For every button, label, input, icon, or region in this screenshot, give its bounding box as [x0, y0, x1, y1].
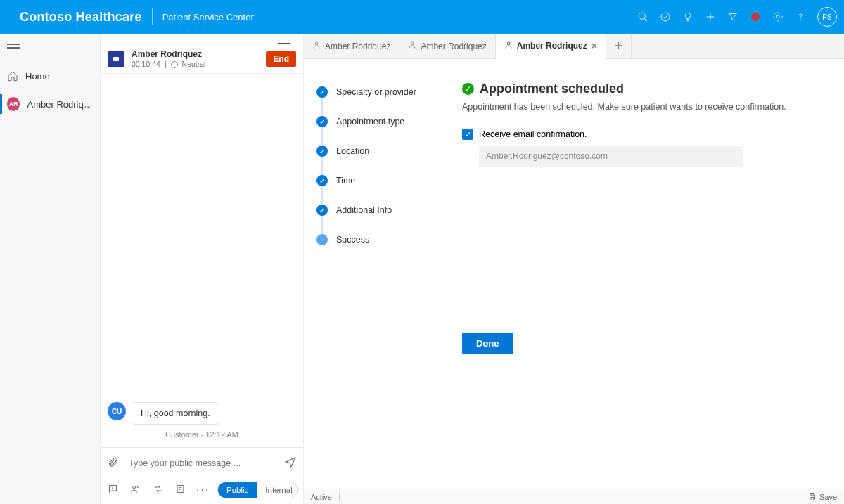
status-text: Active: [311, 493, 332, 501]
attachment-icon[interactable]: [106, 456, 120, 470]
step-done-icon: ✓: [316, 86, 328, 98]
app-name: Patient Service Center: [162, 12, 254, 22]
tab-amber-1[interactable]: Amber Rodriquez: [304, 34, 399, 58]
svg-point-9: [137, 486, 139, 488]
end-conversation-button[interactable]: End: [266, 51, 296, 67]
sentiment-neutral-icon: [171, 61, 178, 68]
minimize-panel-icon[interactable]: —: [101, 34, 303, 46]
tab-close-icon[interactable]: ×: [592, 40, 597, 51]
success-subtitle: Appointment has been scheduled. Make sur…: [462, 102, 819, 112]
pill-internal[interactable]: Internal: [257, 482, 298, 498]
svg-line-1: [644, 18, 647, 21]
tab-label: Amber Rodriquez: [421, 41, 486, 51]
nav-session-amber[interactable]: AR Amber Rodriquez: [0, 90, 100, 118]
svg-point-5: [776, 15, 779, 18]
done-button[interactable]: Done: [462, 333, 513, 354]
tab-strip: Amber Rodriquez Amber Rodriquez Amber Ro…: [304, 34, 844, 59]
step-label: Location: [336, 146, 369, 156]
send-icon[interactable]: [283, 455, 298, 471]
confirmation-email-input[interactable]: [479, 146, 743, 167]
step-additional-info[interactable]: ✓ Additional Info: [316, 195, 445, 225]
chat-message-timestamp: Customer - 12:12 AM: [108, 430, 296, 439]
user-avatar[interactable]: PS: [817, 7, 837, 27]
task-check-icon[interactable]: [654, 0, 677, 34]
svg-rect-10: [177, 485, 184, 492]
chat-customer-name: Amber Rodriquez: [132, 49, 259, 60]
save-icon: [808, 493, 817, 501]
step-specialty[interactable]: ✓ Specialty or provider: [316, 77, 445, 107]
step-label: Success: [336, 235, 369, 245]
main-panel: Amber Rodriquez Amber Rodriquez Amber Ro…: [304, 34, 844, 504]
left-navigation: Home AR Amber Rodriquez: [0, 34, 101, 504]
svg-point-8: [132, 486, 135, 489]
chat-bubble: Hi, good morning.: [132, 402, 219, 425]
add-icon[interactable]: [699, 0, 722, 34]
step-label: Appointment type: [336, 117, 404, 127]
success-check-icon: ✓: [462, 83, 474, 95]
compose-input[interactable]: [127, 458, 276, 469]
person-icon: [504, 41, 513, 51]
header-divider: [152, 8, 153, 25]
chat-timer: 00:10:44: [132, 60, 160, 69]
step-appointment-type[interactable]: ✓ Appointment type: [316, 107, 445, 136]
home-icon: [7, 70, 18, 82]
tab-amber-2[interactable]: Amber Rodriquez: [399, 34, 495, 58]
appointment-success-content: ✓ Appointment scheduled Appointment has …: [445, 59, 844, 504]
transfer-icon[interactable]: [151, 484, 164, 497]
svg-point-6: [800, 20, 801, 20]
menu-toggle-icon[interactable]: [7, 42, 20, 54]
step-success[interactable]: Success: [316, 225, 445, 254]
step-done-icon: ✓: [316, 175, 328, 186]
search-icon[interactable]: [632, 0, 654, 34]
tab-label: Amber Rodriquez: [517, 41, 587, 51]
tab-label: Amber Rodriquez: [325, 41, 390, 51]
filter-icon[interactable]: [722, 0, 744, 34]
more-actions-icon[interactable]: ···: [196, 484, 209, 496]
svg-rect-7: [113, 57, 119, 61]
chat-sentiment: Neutral: [182, 60, 206, 69]
session-avatar: AR: [7, 97, 20, 111]
svg-point-0: [639, 13, 645, 19]
message-visibility-toggle: Public Internal: [217, 482, 298, 498]
notes-icon[interactable]: [174, 484, 186, 497]
step-label: Specialty or provider: [336, 87, 416, 97]
nav-session-label: Amber Rodriquez: [27, 99, 93, 110]
tab-new-button[interactable]: +: [606, 34, 632, 58]
svg-point-2: [661, 13, 670, 21]
success-title: Appointment scheduled: [480, 82, 624, 96]
tab-amber-3-active[interactable]: Amber Rodriquez ×: [496, 34, 606, 59]
email-confirmation-label: Receive email confirmation.: [479, 129, 587, 139]
record-indicator-icon[interactable]: [744, 0, 767, 34]
step-label: Time: [336, 176, 355, 186]
step-current-icon: [316, 234, 328, 245]
svg-point-15: [507, 42, 510, 45]
quick-replies-icon[interactable]: [106, 484, 119, 497]
status-bar: Active Save: [304, 489, 844, 504]
compose-area: ··· Public Internal: [101, 447, 303, 504]
save-button[interactable]: Save: [808, 493, 837, 501]
nav-home[interactable]: Home: [0, 62, 100, 90]
channel-teams-icon: [108, 51, 124, 67]
step-done-icon: ✓: [316, 205, 328, 216]
consult-icon[interactable]: [129, 484, 141, 497]
progress-steps: ✓ Specialty or provider ✓ Appointment ty…: [304, 59, 445, 504]
step-done-icon: ✓: [316, 116, 328, 127]
save-label: Save: [819, 493, 837, 501]
customer-avatar: CU: [108, 402, 126, 420]
settings-gear-icon[interactable]: [767, 0, 789, 34]
help-icon[interactable]: [789, 0, 812, 34]
global-header: Contoso Healthcare Patient Service Cente…: [0, 0, 844, 34]
svg-rect-16: [811, 493, 814, 496]
svg-point-13: [315, 42, 318, 45]
pill-public[interactable]: Public: [218, 482, 257, 498]
email-confirmation-checkbox[interactable]: ✓: [462, 129, 473, 140]
step-time[interactable]: ✓ Time: [316, 166, 445, 195]
step-location[interactable]: ✓ Location: [316, 136, 445, 166]
chat-header: Amber Rodriquez 00:10:44 | Neutral End: [101, 46, 303, 74]
lightbulb-icon[interactable]: [677, 0, 699, 34]
person-icon: [408, 41, 416, 51]
step-done-icon: ✓: [316, 146, 328, 157]
brand-name: Contoso Healthcare: [20, 10, 142, 25]
person-icon: [312, 41, 321, 51]
conversation-panel: — Amber Rodriquez 00:10:44 | Neutral End…: [101, 34, 304, 504]
